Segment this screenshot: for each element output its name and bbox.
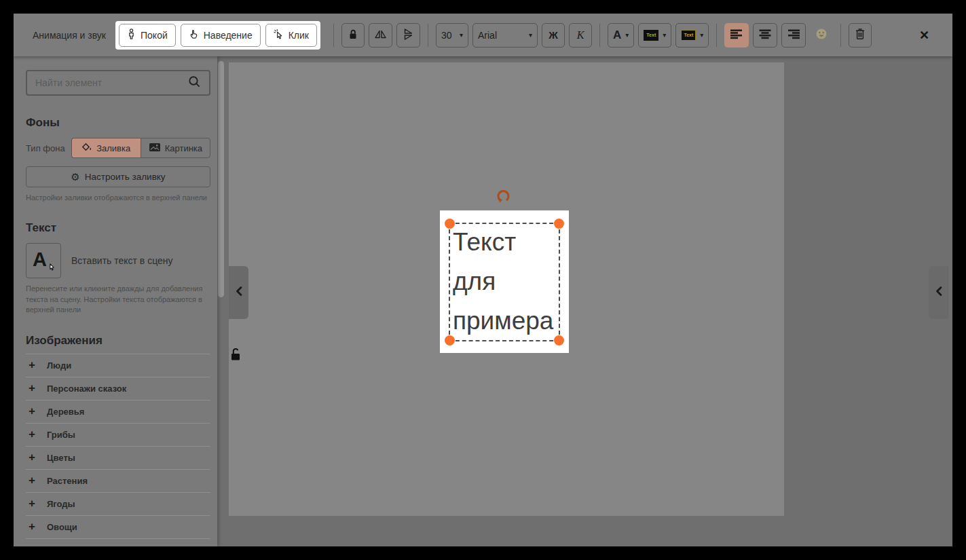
image-category-row[interactable]: + Цветы (26, 447, 210, 470)
elements-sidebar: Фоны Тип фона Заливка Картинка ⚙ (14, 56, 217, 546)
background-type-toggle: Заливка Картинка (71, 138, 210, 158)
selected-text-element[interactable]: Текстдляпримера (440, 210, 569, 353)
letter-a-icon: A (33, 248, 47, 271)
image-category-label: Ягоды (47, 499, 75, 509)
bold-button[interactable]: Ж (542, 23, 565, 48)
toolbar-separator (599, 24, 600, 47)
toolbar-separator (840, 24, 841, 47)
image-category-row[interactable]: + Грибы (26, 424, 210, 447)
close-icon[interactable]: ✕ (914, 25, 935, 45)
element-search[interactable] (26, 70, 210, 96)
image-category-label: Грибы (47, 430, 75, 440)
fill-toggle-button[interactable]: Заливка (71, 138, 141, 158)
resize-handle-bottomright[interactable] (554, 335, 564, 346)
font-family-select[interactable]: Arial ▾ (472, 23, 538, 48)
image-category-label: Персонажи сказок (47, 384, 126, 394)
click-cursor-icon (274, 29, 284, 41)
plus-icon: + (27, 543, 37, 546)
insert-text-button[interactable]: A (26, 243, 61, 278)
resize-handle-topright[interactable] (554, 219, 564, 229)
chevron-left-icon (235, 285, 243, 300)
plus-icon: + (27, 381, 37, 395)
text-color-dropdown[interactable]: A ▾ (608, 23, 634, 48)
flip-horizontal-button[interactable] (369, 23, 392, 48)
insert-text-label: Вставить текст в сцену (71, 255, 173, 266)
selection-box[interactable]: Текстдляпримера (449, 223, 560, 341)
plus-icon: + (27, 451, 37, 464)
text-color-icon: A (613, 29, 621, 42)
chevron-down-icon: ▾ (529, 31, 532, 39)
paint-bucket-icon (81, 143, 92, 154)
collapse-sidebar-tab[interactable] (229, 266, 248, 319)
text-border-swatch: Text (681, 30, 696, 41)
align-center-button[interactable] (753, 23, 777, 48)
drag-cursor-icon (47, 262, 56, 274)
image-category-row[interactable]: + Ягоды (26, 493, 210, 516)
scene-text[interactable]: Текстдляпримера (453, 223, 553, 341)
fill-hint-text: Настройки заливки отображаются в верхней… (26, 193, 210, 203)
image-category-row[interactable]: + Фрукты (26, 539, 210, 546)
scene-text-line: Текст (453, 223, 553, 262)
person-icon (127, 29, 136, 41)
sidebar-scrollbar-thumb[interactable] (218, 61, 224, 297)
smiley-icon (815, 28, 828, 42)
lock-icon (348, 29, 358, 42)
state-hover-button[interactable]: Наведение (181, 24, 261, 47)
chevron-down-icon: ▾ (700, 31, 703, 39)
text-hint: Перенесите или кликните дважды для добав… (26, 284, 210, 315)
image-category-row[interactable]: + Растения (26, 470, 210, 493)
text-background-color-dropdown[interactable]: Text ▾ (638, 23, 671, 48)
text-border-color-dropdown[interactable]: Text ▾ (675, 23, 709, 48)
plus-icon: + (27, 474, 37, 487)
align-center-icon (758, 29, 772, 41)
font-size-select[interactable]: 30 ▾ (436, 23, 468, 48)
flip-vertical-button[interactable] (396, 23, 420, 48)
hover-hand-icon (189, 29, 199, 41)
resize-handle-bottomleft[interactable] (445, 335, 455, 346)
image-toggle-button[interactable]: Картинка (141, 138, 210, 158)
backgrounds-heading: Фоны (26, 116, 210, 130)
plus-icon: + (27, 497, 37, 510)
editor-canvas[interactable]: Текстдляпримера (217, 56, 952, 546)
state-idle-button[interactable]: Покой (119, 24, 176, 47)
scene-text-line: примера (453, 301, 553, 341)
collapse-rightpanel-tab[interactable] (929, 266, 948, 319)
unlock-icon[interactable] (229, 347, 242, 364)
chevron-down-icon: ▾ (460, 31, 463, 39)
flip-horizontal-icon (374, 29, 387, 41)
image-category-label: Деревья (47, 407, 84, 417)
align-right-button[interactable] (781, 23, 806, 48)
chevron-down-icon: ▾ (663, 31, 666, 39)
insert-text-row: A Вставить текст в сцену (26, 243, 210, 278)
plus-icon: + (27, 520, 37, 534)
image-category-label: Растения (47, 476, 88, 486)
text-background-swatch: Text (644, 30, 658, 41)
scene-text-line: для (453, 262, 553, 301)
plus-icon: + (27, 428, 37, 441)
configure-fill-button[interactable]: ⚙ Настроить заливку (26, 166, 210, 187)
resize-handle-topleft[interactable] (445, 219, 455, 229)
image-category-label: Цветы (47, 453, 75, 463)
toolbar-separator (333, 24, 334, 47)
search-icon (187, 75, 201, 91)
search-input[interactable] (35, 77, 187, 88)
toolbar-separator (428, 24, 428, 47)
image-category-row[interactable]: + Люди (26, 354, 210, 377)
delete-button[interactable] (849, 23, 872, 48)
align-left-icon (730, 29, 743, 41)
state-button-group: Покой Наведение Клик (115, 21, 320, 50)
align-left-button[interactable] (724, 23, 749, 48)
rotate-handle-icon[interactable] (496, 189, 511, 207)
image-category-row[interactable]: + Персонажи сказок (26, 377, 210, 400)
top-toolbar: Анимация и звук Покой Наведение Клик (14, 14, 952, 56)
image-category-label: Люди (47, 360, 71, 371)
italic-button[interactable]: K (569, 23, 592, 48)
image-category-row[interactable]: + Деревья (26, 400, 210, 424)
image-category-label: Фрукты (47, 545, 81, 546)
lock-button[interactable] (341, 23, 365, 48)
state-click-button[interactable]: Клик (265, 24, 317, 47)
toolbar-separator (716, 24, 717, 47)
image-category-row[interactable]: + Овощи (26, 516, 210, 539)
emoji-button[interactable] (810, 23, 833, 48)
images-heading: Изображения (26, 334, 210, 348)
